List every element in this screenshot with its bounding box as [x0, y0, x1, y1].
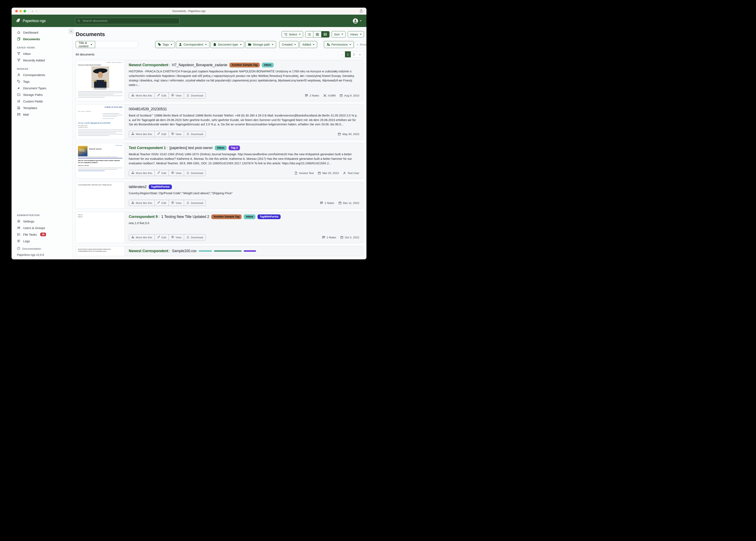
document-title[interactable]: H7_Napoleon_Bonaparte_zadanie	[172, 63, 227, 67]
correspondent-link[interactable]: Correspondent 9	[129, 215, 158, 219]
sidebar-item-logs[interactable]: Logs	[12, 238, 72, 244]
tag-chip[interactable]	[244, 250, 256, 252]
view-button[interactable]: View	[169, 235, 184, 240]
user-menu[interactable]	[353, 18, 361, 24]
more-like-this-button[interactable]: More like this	[129, 93, 155, 98]
meta-asn[interactable]: #1999	[323, 94, 336, 97]
sidebar-item-storage-paths[interactable]: Storage Paths	[12, 91, 72, 98]
sidebar-item-documents[interactable]: Documents	[12, 36, 72, 42]
edit-button[interactable]: Edit	[155, 170, 169, 176]
sidebar-collapse-button[interactable]: «	[69, 29, 74, 34]
sidebar-item-templates[interactable]: Templates	[12, 105, 72, 111]
more-like-this-button[interactable]: More like this	[129, 200, 155, 206]
select-button[interactable]: Select	[282, 31, 303, 38]
global-search[interactable]	[75, 18, 180, 24]
download-button[interactable]: Download	[184, 93, 206, 98]
view-button[interactable]: View	[169, 170, 184, 176]
pagination-next[interactable]: »	[357, 51, 363, 57]
tag-chip[interactable]: TagWithPartial	[258, 215, 281, 219]
share-icon[interactable]	[360, 9, 363, 14]
filter-correspondent-button[interactable]: Correspondent	[176, 41, 209, 48]
document-thumbnail[interactable]: Country,Region/State,"Zip/Postal Code","…	[76, 182, 125, 209]
tag-chip[interactable]: TagWithPartial	[149, 185, 172, 189]
reset-filters-button[interactable]: ×Reset filters	[354, 41, 366, 48]
document-title[interactable]: 1 Testing New Title Updated 2	[161, 215, 209, 219]
filter-created-button[interactable]: Created	[279, 41, 299, 48]
correspondent-link[interactable]: Newest Correspondent	[129, 249, 168, 254]
tag-chip[interactable]	[214, 250, 242, 252]
tag-chip[interactable]: Another Sample Tag	[211, 215, 242, 219]
view-mode-list[interactable]	[305, 31, 313, 37]
tag-chip[interactable]	[199, 250, 212, 252]
meta-calendar[interactable]: Dec 11, 2022	[338, 202, 359, 205]
app-logo[interactable]: Paperless-ngx	[16, 18, 75, 24]
download-button[interactable]: Download	[184, 235, 206, 240]
views-button[interactable]: Views	[348, 31, 364, 38]
tag-chip[interactable]: Tag 2	[229, 146, 240, 150]
sidebar-item-recently-added[interactable]: Recently Added	[12, 57, 72, 64]
meta-calendar[interactable]: Mar 25, 2023	[318, 172, 339, 175]
download-button[interactable]: Download	[184, 131, 206, 137]
sidebar-item-document-types[interactable]: #Document Types	[12, 85, 72, 91]
document-thumbnail[interactable]: HISTORIA - PRACA DLA CHĘTNYCH Francja po…	[76, 60, 125, 101]
pagination-prev[interactable]: «	[339, 51, 345, 57]
pagination-page-1[interactable]: 1	[345, 51, 351, 57]
download-button[interactable]: Download	[184, 200, 206, 206]
edit-button[interactable]: Edit	[155, 93, 169, 98]
view-button[interactable]: View	[169, 200, 184, 206]
tag-chip[interactable]: Another Sample Tag	[229, 63, 260, 67]
sidebar-item-tags[interactable]: Tags	[12, 78, 72, 85]
sort-button[interactable]: Sort	[332, 31, 346, 38]
meta-notes[interactable]: 1 Notes	[320, 202, 334, 205]
correspondent-link[interactable]: Newest Correspondent	[129, 63, 168, 67]
document-thumbnail[interactable]: Serial Number,Company Name,Employee Mark…	[76, 247, 125, 256]
document-thumbnail[interactable]: ⬭ Taylor & Francis MEDICALTEACHER Medica…	[76, 143, 125, 179]
document-thumbnail[interactable]: one,1.0 five,5.0	[76, 212, 125, 243]
edit-button[interactable]: Edit	[155, 131, 169, 137]
edit-button[interactable]: Edit	[155, 235, 169, 240]
sidebar-item-custom-fields[interactable]: Custom Fields	[12, 98, 72, 105]
filter-text-input[interactable]	[95, 41, 138, 48]
document-title[interactable]: Sample100.csv	[172, 249, 197, 254]
sidebar-item-mail[interactable]: Mail	[12, 111, 72, 118]
tag-chip[interactable]: Inbox	[244, 215, 255, 219]
filter-added-button[interactable]: Added	[300, 41, 317, 48]
document-title[interactable]: [paperless] test post-owner	[169, 146, 213, 150]
view-mode-grid[interactable]	[313, 31, 321, 37]
document-title[interactable]: tablerates2	[129, 185, 147, 189]
meta-calendar[interactable]: Oct 2, 2022	[340, 236, 359, 239]
meta-user[interactable]: Test User	[343, 172, 359, 175]
sidebar-item-settings[interactable]: Settings	[12, 218, 72, 225]
sidebar-item-inbox[interactable]: Inbox	[12, 50, 72, 57]
filter-storage-path-button[interactable]: Storage path	[245, 41, 276, 48]
filter-document-type-button[interactable]: Document type	[210, 41, 244, 48]
meta-docfile[interactable]: Invoice Test	[294, 172, 314, 175]
correspondent-link[interactable]: Test Correspondent 1	[129, 146, 166, 150]
sidebar-item-users-groups[interactable]: Users & Groups	[12, 225, 72, 231]
meta-notes[interactable]: 1 Notes	[322, 236, 336, 239]
tag-chip[interactable]: Inbox	[262, 63, 274, 67]
view-button[interactable]: View	[169, 93, 184, 98]
filter-field-selector[interactable]: Title & content	[76, 41, 95, 48]
sidebar-item-correspondents[interactable]: Correspondents	[12, 72, 72, 78]
filter-permissions-button[interactable]: Permissions	[324, 41, 354, 48]
meta-calendar[interactable]: May 30, 2023	[338, 133, 359, 136]
sidebar-item-dashboard[interactable]: Dashboard	[12, 29, 72, 36]
meta-calendar[interactable]: Aug 9, 2023	[340, 94, 359, 97]
more-like-this-button[interactable]: More like this	[129, 131, 155, 137]
view-button[interactable]: View	[169, 131, 184, 137]
sidebar-item-documentation[interactable]: ?Documentation	[12, 246, 72, 252]
view-mode-details[interactable]	[321, 31, 329, 37]
more-like-this-button[interactable]: More like this	[129, 170, 155, 176]
document-title[interactable]: 0004814539_20230531	[129, 107, 167, 112]
filter-tags-button[interactable]: Tags	[155, 41, 175, 48]
search-input[interactable]	[82, 19, 177, 23]
more-like-this-button[interactable]: More like this	[129, 235, 155, 240]
edit-button[interactable]: Edit	[155, 200, 169, 206]
sidebar-item-file-tasks[interactable]: File Tasks 16	[12, 231, 72, 238]
document-thumbnail[interactable]: ❈ BANK OF SCOTLAND Bank of Scotland · 10…	[76, 105, 125, 140]
meta-notes[interactable]: 2 Notes	[305, 94, 319, 97]
tag-chip[interactable]: Inbox	[215, 146, 227, 150]
download-button[interactable]: Download	[184, 170, 206, 176]
pagination-page-2[interactable]: 2	[351, 51, 357, 57]
